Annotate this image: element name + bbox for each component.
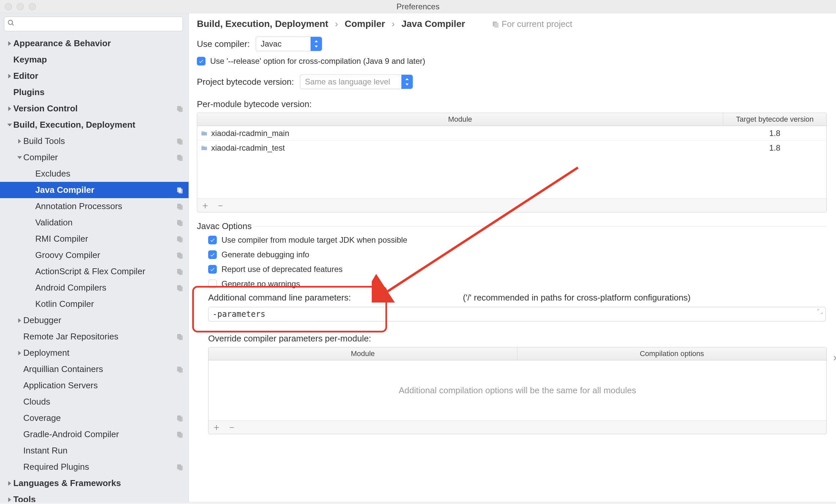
svg-rect-13 bbox=[178, 237, 183, 243]
sidebar-item-label: Build, Execution, Deployment bbox=[13, 120, 184, 130]
sidebar-item[interactable]: Compiler bbox=[0, 149, 189, 166]
sidebar-item[interactable]: Build, Execution, Deployment bbox=[0, 117, 189, 133]
opt-deprecated-label: Report use of deprecated features bbox=[222, 265, 343, 274]
sidebar: Appearance & BehaviorKeymapEditorPlugins… bbox=[0, 13, 189, 502]
module-name: xiaodai-rcadmin_test bbox=[211, 143, 285, 153]
svg-rect-1 bbox=[178, 107, 183, 112]
project-scope-icon bbox=[176, 219, 184, 227]
sidebar-item[interactable]: Remote Jar Repositories bbox=[0, 328, 189, 345]
sidebar-item[interactable]: Version Control bbox=[0, 100, 189, 117]
th-module[interactable]: Module bbox=[197, 113, 723, 126]
chevron-right-icon bbox=[6, 41, 13, 46]
project-bytecode-label: Project bytecode version: bbox=[197, 77, 294, 87]
sidebar-item[interactable]: Languages & Frameworks bbox=[0, 475, 189, 491]
sidebar-item[interactable]: Gradle-Android Compiler bbox=[0, 426, 189, 443]
chevron-right-icon bbox=[6, 481, 13, 486]
th-override-options[interactable]: Compilation options bbox=[517, 347, 826, 360]
sidebar-item-label: Excludes bbox=[35, 169, 184, 179]
sidebar-item-label: Appearance & Behavior bbox=[13, 38, 184, 49]
sidebar-item[interactable]: Instant Run bbox=[0, 443, 189, 459]
release-option-label: Use '--release' option for cross-compila… bbox=[210, 57, 425, 66]
use-compiler-value: Javac bbox=[261, 39, 282, 49]
add-button[interactable]: ＋ bbox=[212, 423, 221, 432]
search-input[interactable] bbox=[4, 17, 183, 31]
svg-rect-19 bbox=[178, 286, 183, 291]
checkbox-off-icon bbox=[208, 279, 217, 288]
chevron-down-icon bbox=[16, 155, 23, 160]
sidebar-item-label: Instant Run bbox=[23, 445, 184, 456]
sidebar-item[interactable]: Debugger bbox=[0, 312, 189, 328]
th-override-module[interactable]: Module bbox=[209, 347, 517, 360]
svg-rect-21 bbox=[178, 335, 183, 340]
table-row[interactable]: xiaodai-rcadmin_main1.8 bbox=[197, 126, 826, 141]
sidebar-item[interactable]: Deployment bbox=[0, 345, 189, 361]
use-compiler-label: Use compiler: bbox=[197, 39, 250, 49]
sidebar-item[interactable]: Arquillian Containers bbox=[0, 361, 189, 377]
checkbox-on-icon bbox=[197, 57, 206, 65]
sidebar-item[interactable]: Kotlin Compiler bbox=[0, 296, 189, 312]
opt-module-jdk-label: Use compiler from module target JDK when… bbox=[222, 235, 407, 245]
sidebar-item[interactable]: Appearance & Behavior bbox=[0, 35, 189, 52]
project-scope-icon bbox=[176, 235, 184, 243]
project-scope-icon bbox=[176, 365, 184, 373]
opt-no-warnings-checkbox[interactable]: Generate no warnings bbox=[208, 279, 827, 289]
opt-deprecated-checkbox[interactable]: Report use of deprecated features bbox=[208, 265, 827, 274]
crumb-compiler[interactable]: Compiler bbox=[345, 19, 385, 29]
opt-no-warnings-label: Generate no warnings bbox=[222, 279, 300, 289]
svg-rect-5 bbox=[178, 156, 183, 161]
sidebar-item[interactable]: Java Compiler bbox=[0, 182, 189, 198]
sidebar-item[interactable]: Build Tools bbox=[0, 133, 189, 149]
sidebar-item-label: Editor bbox=[13, 71, 184, 81]
divider bbox=[255, 226, 827, 227]
sidebar-item[interactable]: Validation bbox=[0, 214, 189, 231]
th-target[interactable]: Target bytecode version bbox=[723, 113, 826, 126]
chevron-updown-icon bbox=[401, 75, 413, 89]
sidebar-item[interactable]: Editor bbox=[0, 68, 189, 84]
sidebar-item-label: ActionScript & Flex Compiler bbox=[35, 266, 176, 277]
svg-rect-29 bbox=[178, 465, 183, 470]
table-row[interactable]: xiaodai-rcadmin_test1.8 bbox=[197, 141, 826, 155]
release-option-checkbox[interactable]: Use '--release' option for cross-compila… bbox=[197, 57, 425, 66]
sidebar-item[interactable]: Annotation Processors bbox=[0, 198, 189, 214]
sidebar-item[interactable]: Android Compilers bbox=[0, 279, 189, 296]
sidebar-item-label: Application Servers bbox=[23, 380, 184, 391]
sidebar-item[interactable]: Coverage bbox=[0, 410, 189, 426]
override-empty-text: Additional compilation options will be t… bbox=[209, 361, 826, 420]
sidebar-item-label: Build Tools bbox=[23, 136, 176, 146]
chevron-right-icon: › bbox=[335, 19, 338, 29]
sidebar-item[interactable]: Groovy Compiler bbox=[0, 247, 189, 263]
svg-rect-23 bbox=[178, 368, 183, 373]
project-scope-icon bbox=[176, 463, 184, 471]
chevron-right-icon bbox=[6, 106, 13, 111]
sidebar-item[interactable]: Application Servers bbox=[0, 377, 189, 394]
target-cell[interactable]: 1.8 bbox=[723, 129, 826, 138]
sidebar-item[interactable]: Excludes bbox=[0, 166, 189, 182]
sidebar-item[interactable]: Clouds bbox=[0, 394, 189, 410]
sidebar-item[interactable]: Tools bbox=[0, 491, 189, 502]
sidebar-item[interactable]: Keymap bbox=[0, 52, 189, 68]
sidebar-item[interactable]: ActionScript & Flex Compiler bbox=[0, 263, 189, 279]
target-cell[interactable]: 1.8 bbox=[723, 143, 826, 153]
sidebar-item[interactable]: Required Plugins bbox=[0, 459, 189, 475]
add-button[interactable]: ＋ bbox=[201, 201, 210, 210]
crumb-bed[interactable]: Build, Execution, Deployment bbox=[197, 19, 328, 29]
settings-tree: Appearance & BehaviorKeymapEditorPlugins… bbox=[0, 34, 189, 502]
remove-button[interactable]: － bbox=[227, 423, 236, 432]
sidebar-item[interactable]: Plugins bbox=[0, 84, 189, 100]
opt-debug-info-checkbox[interactable]: Generate debugging info bbox=[208, 250, 827, 259]
checkbox-on-icon bbox=[208, 236, 217, 244]
project-scope-icon bbox=[176, 137, 184, 145]
chevron-right-icon: › bbox=[392, 19, 395, 29]
project-scope-icon bbox=[176, 202, 184, 210]
remove-button[interactable]: － bbox=[216, 201, 225, 210]
project-bytecode-select[interactable]: Same as language level bbox=[300, 75, 413, 89]
use-compiler-select[interactable]: Javac bbox=[256, 37, 322, 51]
checkbox-on-icon bbox=[208, 265, 217, 274]
expand-icon[interactable] bbox=[817, 308, 823, 317]
opt-module-jdk-checkbox[interactable]: Use compiler from module target JDK when… bbox=[208, 235, 827, 245]
chevron-right-icon bbox=[6, 497, 13, 502]
sidebar-item[interactable]: RMI Compiler bbox=[0, 231, 189, 247]
additional-params-input[interactable] bbox=[208, 307, 826, 322]
sidebar-item-label: Android Compilers bbox=[35, 283, 176, 293]
crumb-java-compiler: Java Compiler bbox=[401, 19, 465, 29]
